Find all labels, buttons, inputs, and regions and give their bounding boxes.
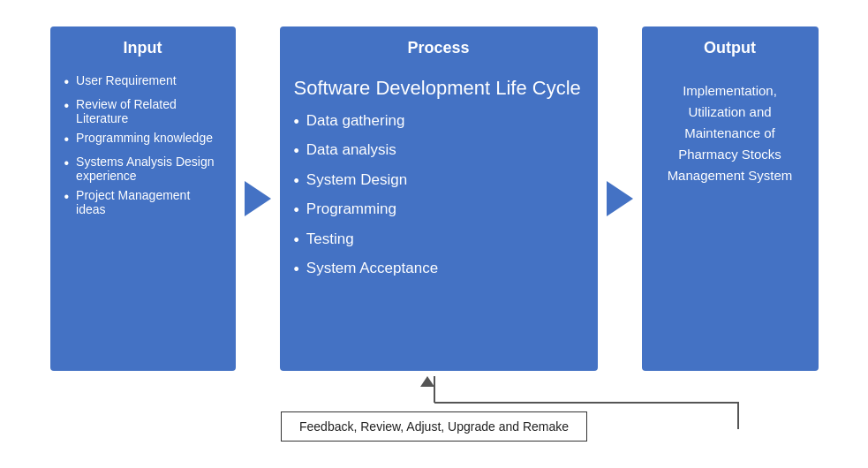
diagram-wrapper: Input User Requirement Review of Related… — [11, 9, 858, 459]
arrow-input-to-process — [236, 181, 280, 216]
output-text: Implementation, Utilization and Maintena… — [656, 73, 804, 193]
process-list: Data gathering Data analysis System Desi… — [294, 112, 584, 280]
process-box: Process Software Development Life Cycle … — [280, 26, 598, 371]
list-item: User Requirement — [64, 73, 222, 92]
list-item: Data gathering — [294, 112, 584, 132]
list-item: Data analysis — [294, 141, 584, 162]
feedback-row: Feedback, Review, Adjust, Upgrade and Re… — [28, 376, 841, 442]
arrow-icon — [245, 181, 271, 216]
process-header: Process — [280, 26, 598, 66]
sdlc-title: Software Development Life Cycle — [294, 77, 584, 100]
process-content: Software Development Life Cycle Data gat… — [280, 66, 598, 371]
list-item: Programming — [294, 200, 584, 221]
list-item: Project Management ideas — [64, 188, 222, 216]
output-content: Implementation, Utilization and Maintena… — [642, 66, 819, 371]
output-header: Output — [642, 26, 819, 66]
input-box: Input User Requirement Review of Related… — [50, 26, 236, 371]
list-item: Systems Analysis Design experience — [64, 155, 222, 183]
arrow-process-to-output — [598, 181, 642, 216]
feedback-box: Feedback, Review, Adjust, Upgrade and Re… — [281, 411, 587, 442]
list-item: Programming knowledge — [64, 131, 222, 149]
feedback-arrow-up — [420, 376, 434, 387]
output-box: Output Implementation, Utilization and M… — [642, 26, 819, 371]
arrow-icon — [607, 181, 633, 216]
input-header: Input — [50, 26, 236, 66]
top-row: Input User Requirement Review of Related… — [28, 26, 841, 371]
list-item: Review of Related Literature — [64, 97, 222, 125]
feedback-text: Feedback, Review, Adjust, Upgrade and Re… — [299, 419, 569, 434]
feedback-line-right-vert — [737, 403, 739, 429]
list-item: System Acceptance — [294, 260, 584, 280]
list-item: System Design — [294, 171, 584, 192]
input-content: User Requirement Review of Related Liter… — [50, 66, 236, 371]
list-item: Testing — [294, 230, 584, 251]
input-list: User Requirement Review of Related Liter… — [64, 73, 222, 216]
